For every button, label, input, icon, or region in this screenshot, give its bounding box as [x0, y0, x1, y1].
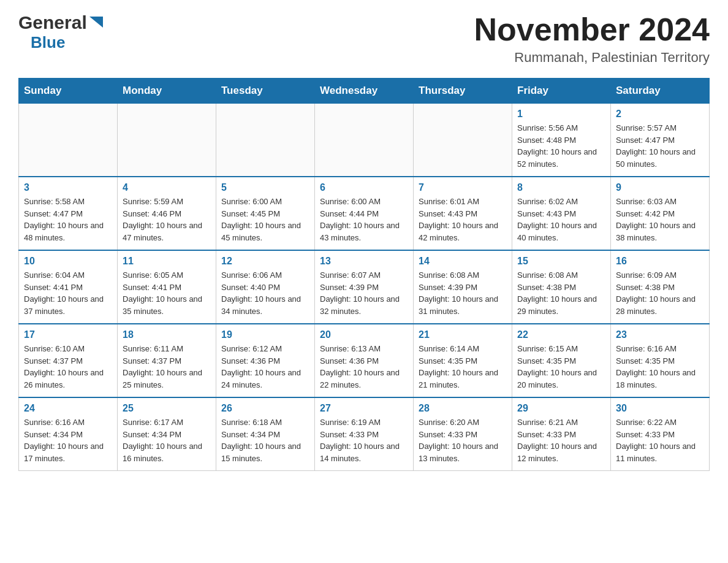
day-number: 23	[616, 329, 704, 340]
day-number: 8	[517, 182, 605, 193]
day-number: 6	[320, 182, 408, 193]
day-number: 3	[24, 182, 112, 193]
day-number: 28	[419, 403, 507, 414]
day-info: Sunrise: 6:09 AMSunset: 4:38 PMDaylight:…	[616, 269, 704, 317]
day-number: 21	[419, 329, 507, 340]
title-section: November 2024 Rummanah, Palestinian Terr…	[474, 12, 710, 66]
day-info: Sunrise: 6:00 AMSunset: 4:44 PMDaylight:…	[320, 196, 408, 243]
calendar-cell: 17Sunrise: 6:10 AMSunset: 4:37 PMDayligh…	[19, 324, 118, 397]
location-title: Rummanah, Palestinian Territory	[474, 50, 710, 66]
calendar-cell: 9Sunrise: 6:03 AMSunset: 4:42 PMDaylight…	[611, 177, 710, 250]
calendar-cell: 1Sunrise: 5:56 AMSunset: 4:48 PMDaylight…	[512, 104, 611, 177]
logo: General Blue	[18, 12, 103, 52]
logo-blue-text: Blue	[31, 33, 65, 52]
day-number: 20	[320, 329, 408, 340]
day-number: 12	[221, 256, 309, 267]
calendar-cell: 21Sunrise: 6:14 AMSunset: 4:35 PMDayligh…	[414, 324, 512, 397]
day-number: 29	[517, 403, 605, 414]
weekday-header-wednesday: Wednesday	[315, 79, 414, 104]
day-info: Sunrise: 6:12 AMSunset: 4:36 PMDaylight:…	[221, 343, 309, 391]
day-info: Sunrise: 6:16 AMSunset: 4:34 PMDaylight:…	[24, 416, 112, 464]
day-info: Sunrise: 6:02 AMSunset: 4:43 PMDaylight:…	[517, 196, 605, 243]
calendar-cell	[315, 104, 414, 177]
day-number: 4	[123, 182, 211, 193]
day-info: Sunrise: 6:07 AMSunset: 4:39 PMDaylight:…	[320, 269, 408, 317]
day-info: Sunrise: 6:20 AMSunset: 4:33 PMDaylight:…	[419, 416, 507, 464]
weekday-header-sunday: Sunday	[19, 79, 118, 104]
calendar-header-row: SundayMondayTuesdayWednesdayThursdayFrid…	[19, 79, 710, 104]
day-info: Sunrise: 6:13 AMSunset: 4:36 PMDaylight:…	[320, 343, 408, 391]
calendar-cell	[19, 104, 118, 177]
calendar-cell: 11Sunrise: 6:05 AMSunset: 4:41 PMDayligh…	[118, 250, 216, 324]
calendar-week-row: 24Sunrise: 6:16 AMSunset: 4:34 PMDayligh…	[19, 397, 710, 471]
day-number: 11	[123, 256, 211, 267]
calendar-cell: 25Sunrise: 6:17 AMSunset: 4:34 PMDayligh…	[118, 397, 216, 471]
day-info: Sunrise: 6:16 AMSunset: 4:35 PMDaylight:…	[616, 343, 704, 391]
day-info: Sunrise: 6:06 AMSunset: 4:40 PMDaylight:…	[221, 269, 309, 317]
day-info: Sunrise: 5:59 AMSunset: 4:46 PMDaylight:…	[123, 196, 211, 243]
calendar-cell: 30Sunrise: 6:22 AMSunset: 4:33 PMDayligh…	[611, 397, 710, 471]
calendar-week-row: 1Sunrise: 5:56 AMSunset: 4:48 PMDaylight…	[19, 104, 710, 177]
month-title: November 2024	[474, 12, 710, 47]
day-number: 7	[419, 182, 507, 193]
calendar-cell: 12Sunrise: 6:06 AMSunset: 4:40 PMDayligh…	[216, 250, 315, 324]
calendar-cell: 26Sunrise: 6:18 AMSunset: 4:34 PMDayligh…	[216, 397, 315, 471]
day-info: Sunrise: 5:56 AMSunset: 4:48 PMDaylight:…	[517, 122, 605, 170]
day-number: 10	[24, 256, 112, 267]
calendar-cell	[414, 104, 512, 177]
day-info: Sunrise: 5:58 AMSunset: 4:47 PMDaylight:…	[24, 196, 112, 243]
calendar-cell: 14Sunrise: 6:08 AMSunset: 4:39 PMDayligh…	[414, 250, 512, 324]
calendar-cell: 10Sunrise: 6:04 AMSunset: 4:41 PMDayligh…	[19, 250, 118, 324]
calendar-cell: 22Sunrise: 6:15 AMSunset: 4:35 PMDayligh…	[512, 324, 611, 397]
day-number: 26	[221, 403, 309, 414]
calendar-table: SundayMondayTuesdayWednesdayThursdayFrid…	[18, 78, 710, 471]
calendar-week-row: 17Sunrise: 6:10 AMSunset: 4:37 PMDayligh…	[19, 324, 710, 397]
calendar-cell: 4Sunrise: 5:59 AMSunset: 4:46 PMDaylight…	[118, 177, 216, 250]
calendar-week-row: 10Sunrise: 6:04 AMSunset: 4:41 PMDayligh…	[19, 250, 710, 324]
day-info: Sunrise: 6:10 AMSunset: 4:37 PMDaylight:…	[24, 343, 112, 391]
calendar-cell: 18Sunrise: 6:11 AMSunset: 4:37 PMDayligh…	[118, 324, 216, 397]
logo-arrow-icon	[89, 17, 103, 30]
day-info: Sunrise: 6:21 AMSunset: 4:33 PMDaylight:…	[517, 416, 605, 464]
weekday-header-friday: Friday	[512, 79, 611, 104]
day-number: 27	[320, 403, 408, 414]
page-header: General Blue November 2024 Rummanah, Pal…	[18, 12, 710, 66]
svg-marker-0	[89, 17, 103, 28]
day-number: 9	[616, 182, 704, 193]
weekday-header-tuesday: Tuesday	[216, 79, 315, 104]
weekday-header-monday: Monday	[118, 79, 216, 104]
calendar-cell: 6Sunrise: 6:00 AMSunset: 4:44 PMDaylight…	[315, 177, 414, 250]
day-info: Sunrise: 6:17 AMSunset: 4:34 PMDaylight:…	[123, 416, 211, 464]
day-number: 22	[517, 329, 605, 340]
weekday-header-thursday: Thursday	[414, 79, 512, 104]
day-info: Sunrise: 6:08 AMSunset: 4:39 PMDaylight:…	[419, 269, 507, 317]
calendar-cell: 3Sunrise: 5:58 AMSunset: 4:47 PMDaylight…	[19, 177, 118, 250]
calendar-cell: 2Sunrise: 5:57 AMSunset: 4:47 PMDaylight…	[611, 104, 710, 177]
calendar-cell: 13Sunrise: 6:07 AMSunset: 4:39 PMDayligh…	[315, 250, 414, 324]
calendar-cell: 24Sunrise: 6:16 AMSunset: 4:34 PMDayligh…	[19, 397, 118, 471]
day-number: 16	[616, 256, 704, 267]
day-info: Sunrise: 6:08 AMSunset: 4:38 PMDaylight:…	[517, 269, 605, 317]
day-number: 25	[123, 403, 211, 414]
day-info: Sunrise: 6:18 AMSunset: 4:34 PMDaylight:…	[221, 416, 309, 464]
calendar-cell	[118, 104, 216, 177]
calendar-cell: 15Sunrise: 6:08 AMSunset: 4:38 PMDayligh…	[512, 250, 611, 324]
day-number: 17	[24, 329, 112, 340]
day-number: 19	[221, 329, 309, 340]
calendar-cell: 29Sunrise: 6:21 AMSunset: 4:33 PMDayligh…	[512, 397, 611, 471]
calendar-cell: 7Sunrise: 6:01 AMSunset: 4:43 PMDaylight…	[414, 177, 512, 250]
day-info: Sunrise: 6:04 AMSunset: 4:41 PMDaylight:…	[24, 269, 112, 317]
day-number: 5	[221, 182, 309, 193]
calendar-cell: 28Sunrise: 6:20 AMSunset: 4:33 PMDayligh…	[414, 397, 512, 471]
day-info: Sunrise: 6:14 AMSunset: 4:35 PMDaylight:…	[419, 343, 507, 391]
day-number: 2	[616, 109, 704, 120]
weekday-header-saturday: Saturday	[611, 79, 710, 104]
logo-general-text: General	[18, 12, 87, 33]
calendar-cell: 20Sunrise: 6:13 AMSunset: 4:36 PMDayligh…	[315, 324, 414, 397]
day-info: Sunrise: 6:05 AMSunset: 4:41 PMDaylight:…	[123, 269, 211, 317]
calendar-cell: 27Sunrise: 6:19 AMSunset: 4:33 PMDayligh…	[315, 397, 414, 471]
day-number: 1	[517, 109, 605, 120]
day-info: Sunrise: 6:01 AMSunset: 4:43 PMDaylight:…	[419, 196, 507, 243]
calendar-cell: 16Sunrise: 6:09 AMSunset: 4:38 PMDayligh…	[611, 250, 710, 324]
day-number: 14	[419, 256, 507, 267]
